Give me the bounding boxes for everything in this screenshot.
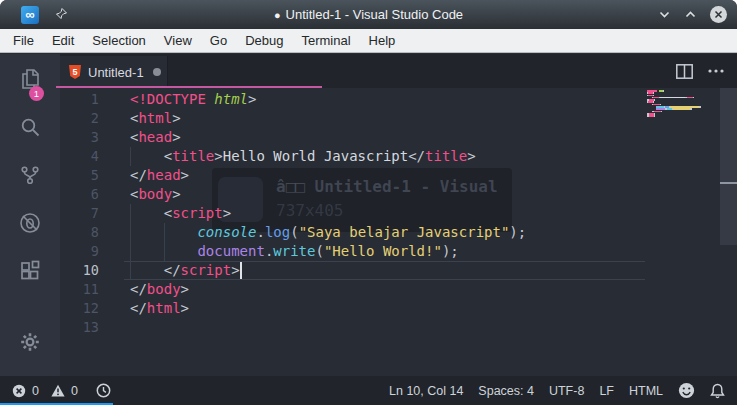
code-lines: 1<!DOCTYPE html>2<html>3<head>4 <title>H… bbox=[60, 88, 737, 337]
indent-guide bbox=[130, 223, 131, 242]
more-actions-icon[interactable] bbox=[708, 69, 724, 73]
code-text: </head> bbox=[130, 167, 189, 183]
line-number: 13 bbox=[60, 318, 99, 337]
scrollbar-thumb[interactable] bbox=[720, 88, 737, 245]
overview-cursor-marker bbox=[720, 182, 737, 184]
code-line-5[interactable]: 5</head> bbox=[60, 166, 737, 185]
code-text: </body> bbox=[130, 281, 189, 297]
menu-view[interactable]: View bbox=[155, 29, 201, 52]
indent-guide bbox=[130, 204, 131, 223]
menu-file[interactable]: File bbox=[4, 29, 43, 52]
menu-terminal[interactable]: Terminal bbox=[292, 29, 359, 52]
minimap-line bbox=[645, 118, 720, 120]
source-control-icon[interactable] bbox=[18, 163, 42, 187]
code-line-13[interactable]: 13 bbox=[60, 318, 737, 337]
error-count[interactable]: 0 bbox=[32, 384, 39, 398]
workbench: 1 5 bbox=[0, 54, 737, 376]
code-line-4[interactable]: 4 <title>Hello World Javascript</title> bbox=[60, 147, 737, 166]
feedback-smiley-icon[interactable] bbox=[678, 382, 695, 399]
line-number: 9 bbox=[60, 242, 99, 261]
tab-modified-dot-icon[interactable] bbox=[153, 68, 161, 76]
code-line-3[interactable]: 3<head> bbox=[60, 128, 737, 147]
settings-gear-icon[interactable] bbox=[18, 330, 42, 354]
code-text: <head> bbox=[130, 129, 181, 145]
warning-count[interactable]: 0 bbox=[71, 384, 78, 398]
minimap[interactable] bbox=[645, 90, 720, 376]
vscode-app-icon[interactable]: ∞ bbox=[21, 6, 39, 24]
code-text: document.write("Hello World!"); bbox=[130, 243, 459, 259]
split-editor-icon[interactable] bbox=[676, 64, 693, 79]
status-right-items: Ln 10, Col 14Spaces: 4UTF-8LFHTML bbox=[389, 384, 663, 398]
code-line-6[interactable]: 6<body> bbox=[60, 185, 737, 204]
code-text: <script> bbox=[130, 205, 231, 221]
status-item-spaces-4[interactable]: Spaces: 4 bbox=[478, 384, 534, 398]
line-number: 2 bbox=[60, 109, 99, 128]
tab-bar: 5 Untitled-1 bbox=[60, 54, 737, 88]
line-number: 7 bbox=[60, 204, 99, 223]
code-line-10[interactable]: 10 </script> bbox=[60, 261, 737, 280]
code-editor[interactable]: â□□ Untitled-1 - Visual Studio Code 737x… bbox=[60, 88, 737, 376]
code-line-8[interactable]: 8 console.log("Saya belajar Javascript")… bbox=[60, 223, 737, 242]
indent-guide bbox=[130, 147, 131, 166]
code-text: <html> bbox=[130, 110, 181, 126]
indent-guide bbox=[164, 223, 165, 242]
line-number: 4 bbox=[60, 147, 99, 166]
tab-untitled-1[interactable]: 5 Untitled-1 bbox=[60, 56, 168, 88]
code-text: </script> bbox=[130, 262, 240, 278]
modified-dot-icon: ● bbox=[274, 9, 281, 21]
indent-guide bbox=[130, 242, 131, 261]
tab-label: Untitled-1 bbox=[88, 65, 144, 80]
menu-selection[interactable]: Selection bbox=[83, 29, 154, 52]
menu-edit[interactable]: Edit bbox=[43, 29, 83, 52]
window-title: ●Untitled-1 - Visual Studio Code bbox=[0, 7, 737, 22]
search-icon[interactable] bbox=[18, 115, 42, 139]
status-item-utf-8[interactable]: UTF-8 bbox=[549, 384, 584, 398]
close-button[interactable] bbox=[710, 6, 727, 23]
warnings-icon[interactable] bbox=[51, 384, 65, 397]
code-line-12[interactable]: 12</html> bbox=[60, 299, 737, 318]
explorer-badge: 1 bbox=[29, 86, 44, 101]
line-number: 10 bbox=[60, 261, 99, 280]
code-text: <body> bbox=[130, 186, 181, 202]
menu-go[interactable]: Go bbox=[201, 29, 236, 52]
code-text: console.log("Saya belajar Javascript"); bbox=[130, 224, 526, 240]
activity-bar: 1 bbox=[0, 54, 60, 376]
editor-scrollbar[interactable] bbox=[720, 88, 737, 376]
minimize-button[interactable] bbox=[658, 8, 671, 21]
status-item-ln-10-col-14[interactable]: Ln 10, Col 14 bbox=[389, 384, 463, 398]
editor-group: 5 Untitled-1 â□ bbox=[60, 54, 737, 376]
line-number: 11 bbox=[60, 280, 99, 299]
html5-file-icon: 5 bbox=[69, 65, 81, 79]
status-item-html[interactable]: HTML bbox=[629, 384, 663, 398]
code-line-9[interactable]: 9 document.write("Hello World!"); bbox=[60, 242, 737, 261]
menu-help[interactable]: Help bbox=[360, 29, 405, 52]
maximize-button[interactable] bbox=[684, 8, 697, 21]
text-cursor bbox=[240, 262, 242, 279]
code-line-7[interactable]: 7 <script> bbox=[60, 204, 737, 223]
line-number: 12 bbox=[60, 299, 99, 318]
line-number: 5 bbox=[60, 166, 99, 185]
debug-icon[interactable] bbox=[18, 211, 42, 235]
menu-bar: FileEditSelectionViewGoDebugTerminalHelp bbox=[0, 29, 737, 53]
code-line-2[interactable]: 2<html> bbox=[60, 109, 737, 128]
menu-debug[interactable]: Debug bbox=[236, 29, 292, 52]
line-number: 6 bbox=[60, 185, 99, 204]
notifications-bell-icon[interactable] bbox=[710, 383, 725, 399]
pin-icon[interactable] bbox=[53, 7, 68, 22]
line-number: 8 bbox=[60, 223, 99, 242]
title-bar[interactable]: ∞ ●Untitled-1 - Visual Studio Code bbox=[0, 0, 737, 29]
code-text: <title>Hello World Javascript</title> bbox=[130, 148, 476, 164]
extensions-icon[interactable] bbox=[18, 259, 42, 283]
indent-guide bbox=[164, 242, 165, 261]
vscode-window: ∞ ●Untitled-1 - Visual Studio Code FileE… bbox=[0, 0, 737, 405]
status-item-lf[interactable]: LF bbox=[599, 384, 614, 398]
indent-guide bbox=[130, 261, 131, 280]
code-line-11[interactable]: 11</body> bbox=[60, 280, 737, 299]
line-number: 1 bbox=[60, 90, 99, 109]
line-number: 3 bbox=[60, 128, 99, 147]
code-text: <!DOCTYPE html> bbox=[130, 91, 256, 107]
errors-icon[interactable] bbox=[12, 384, 26, 398]
status-bar: 0 0 Ln 10, Col 14Spaces: 4UTF-8LFHTML bbox=[0, 376, 737, 405]
clock-icon[interactable] bbox=[96, 383, 111, 398]
code-line-1[interactable]: 1<!DOCTYPE html> bbox=[60, 90, 737, 109]
